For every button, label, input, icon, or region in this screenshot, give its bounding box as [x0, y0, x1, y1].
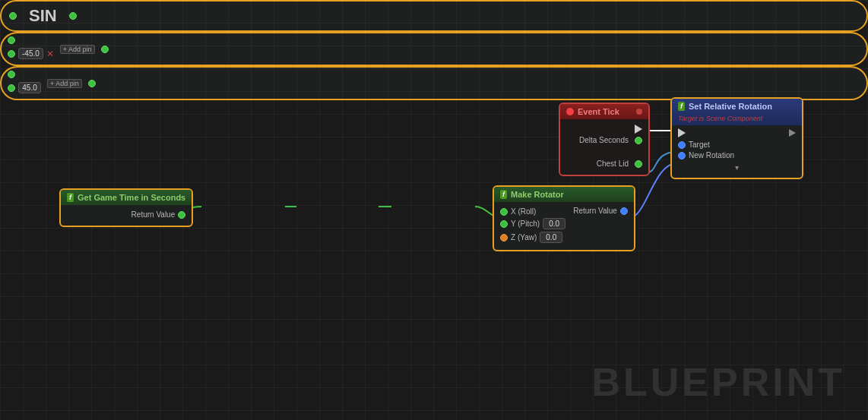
setrotation-exec-out[interactable]	[789, 129, 796, 137]
x-roll-pin: X (Roll)	[500, 207, 565, 216]
expand-chevron[interactable]: ▾	[678, 162, 796, 173]
z-yaw-value[interactable]: 0.0	[540, 232, 562, 243]
delta-seconds-label: Delta Seconds	[579, 136, 629, 144]
target-dot[interactable]	[678, 141, 686, 149]
y-pitch-value[interactable]: 0.0	[543, 218, 565, 229]
eventtick-exec-arrow[interactable]	[635, 125, 642, 134]
setrotation-exec-row	[678, 128, 796, 137]
z-yaw-pin: Z (Yaw) 0.0	[500, 232, 565, 243]
chest-lid-dot[interactable]	[635, 160, 642, 168]
target-pin: Target	[678, 141, 796, 149]
makerotator-outputs: Return Value	[573, 207, 628, 215]
return-value-pin: Return Value	[67, 210, 185, 219]
y-pitch-pin: Y (Pitch) 0.0	[500, 218, 565, 229]
x-roll-label: X (Roll)	[511, 207, 536, 216]
setrotation-title: Set Relative Rotation	[689, 102, 772, 111]
node-makerotator[interactable]: f Make Rotator X (Roll) Y (Pitch) 0.0 Z …	[493, 185, 635, 251]
node-getgametime-header: f Get Game Time in Seconds	[61, 190, 192, 205]
chest-lid-label: Chest Lid	[597, 159, 629, 168]
y-pitch-label: Y (Pitch)	[511, 219, 540, 228]
spacer	[566, 147, 642, 157]
node-getgametime-body: Return Value	[61, 205, 192, 226]
node-getgametime[interactable]: f Get Game Time in Seconds Return Value	[59, 188, 193, 227]
return-value-label: Return Value	[131, 210, 176, 219]
z-yaw-dot[interactable]	[500, 234, 508, 242]
eventtick-title: Event Tick	[578, 107, 619, 116]
eventtick-body: Delta Seconds Chest Lid	[560, 119, 648, 175]
setrotation-exec-in[interactable]	[678, 128, 686, 137]
setrotation-body: Target New Rotation ▾	[672, 125, 802, 178]
delta-seconds-pin: Delta Seconds	[566, 136, 642, 144]
delta-seconds-dot[interactable]	[635, 137, 642, 144]
x-roll-dot[interactable]	[500, 208, 508, 216]
makerotator-inputs: X (Roll) Y (Pitch) 0.0 Z (Yaw) 0.0	[500, 205, 565, 245]
z-yaw-label: Z (Yaw)	[511, 233, 537, 242]
return-value-dot[interactable]	[178, 211, 185, 219]
target-label: Target	[689, 141, 710, 149]
event-icon	[566, 108, 574, 115]
new-rotation-pin: New Rotation	[678, 151, 796, 159]
makerotator-pins: X (Roll) Y (Pitch) 0.0 Z (Yaw) 0.0 Retur…	[500, 205, 628, 245]
setrotation-header: f Set Relative Rotation Target is Scene …	[672, 99, 802, 125]
eventtick-exec-pin	[566, 125, 642, 134]
makerotator-title: Make Rotator	[511, 190, 564, 199]
eventtick-indicator	[636, 109, 642, 115]
new-rotation-label: New Rotation	[689, 151, 734, 159]
setrotation-subtitle: Target is Scene Component	[678, 115, 762, 122]
makerotator-body: X (Roll) Y (Pitch) 0.0 Z (Yaw) 0.0 Retur…	[494, 202, 634, 250]
makerotator-func-icon: f	[500, 190, 507, 199]
return-value-label-rotator: Return Value	[573, 207, 617, 215]
new-rotation-dot[interactable]	[678, 152, 686, 159]
setrotation-title-row: f Set Relative Rotation	[678, 102, 772, 111]
setrotation-func-icon: f	[678, 102, 685, 111]
return-value-dot-rotator[interactable]	[620, 207, 628, 215]
node-getgametime-title: Get Game Time in Seconds	[78, 193, 185, 202]
chest-lid-pin: Chest Lid	[566, 159, 642, 168]
node-eventtick[interactable]: Event Tick Delta Seconds Chest Lid	[559, 103, 650, 176]
func-icon: f	[67, 193, 74, 202]
eventtick-header: Event Tick	[560, 104, 648, 119]
node-makerotator-header: f Make Rotator	[494, 187, 634, 202]
node-setrotation[interactable]: f Set Relative Rotation Target is Scene …	[670, 97, 803, 179]
y-pitch-dot[interactable]	[500, 220, 508, 228]
